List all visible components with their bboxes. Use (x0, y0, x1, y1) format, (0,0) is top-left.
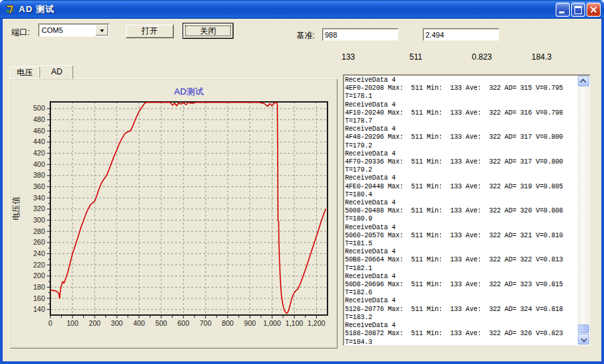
svg-text:900: 900 (244, 319, 256, 327)
log-line: ReceiveData 4 (345, 174, 577, 182)
svg-text:140: 140 (33, 305, 45, 313)
receive-log-box[interactable]: ReceiveData 44EF0-20208 Max: 511 Min: 13… (343, 74, 591, 346)
grid-lines (50, 102, 328, 315)
scroll-down-button[interactable] (578, 334, 589, 345)
svg-text:340: 340 (33, 194, 45, 202)
stat-max-value: 511 (409, 52, 422, 62)
stat-temperature-value: 184.3 (532, 52, 552, 62)
ad-chart-canvas: 01002003004005006007008009001,0001,1001,… (9, 78, 338, 349)
maximize-icon (574, 6, 582, 14)
x-axis: 01002003004005006007008009001,0001,1001,… (48, 316, 325, 327)
log-line: ReceiveData 4 (345, 76, 577, 84)
log-line: 50B8-20664 Max: 511 Min: 133 Ave: 322 AD… (345, 256, 577, 264)
reference-value-1-field[interactable] (322, 28, 399, 41)
svg-text:260: 260 (33, 238, 45, 246)
ad-chart-panel: 01002003004005006007008009001,0001,1001,… (9, 78, 338, 349)
window-content: 端口: COM5 打开 关闭 基准: 133 511 0.823 184.3 电… (3, 19, 601, 361)
svg-text:400: 400 (33, 160, 45, 168)
chart-title: AD测试 (174, 86, 203, 97)
log-line: ReceiveData 4 (345, 199, 577, 207)
log-line: ReceiveData 4 (345, 322, 577, 330)
log-line: ReceiveData 4 (345, 224, 577, 232)
tab-voltage[interactable]: 电压 (9, 66, 40, 78)
log-line: T=183.2 (345, 314, 577, 322)
svg-text:800: 800 (222, 319, 234, 327)
log-line: 4F70-20336 Max: 511 Min: 133 Ave: 322 AD… (345, 158, 577, 166)
log-line: ReceiveData 4 (345, 125, 577, 133)
log-line: ReceiveData 4 (345, 150, 577, 158)
app-logo-icon[interactable] (5, 4, 15, 15)
series (50, 103, 325, 314)
stat-voltage-value: 0.823 (472, 52, 492, 62)
reference-value-2-field[interactable] (423, 28, 499, 41)
svg-text:300: 300 (33, 216, 45, 224)
log-line: 5188-20872 Max: 511 Min: 133 Ave: 322 AD… (345, 330, 577, 338)
log-line: 4F10-20240 Max: 511 Min: 133 Ave: 322 AD… (345, 109, 577, 117)
log-line: T=182.6 (345, 289, 577, 297)
log-line: T=179.2 (345, 142, 577, 150)
svg-text:600: 600 (177, 319, 189, 327)
log-line: T=178.1 (345, 93, 577, 101)
svg-text:180: 180 (33, 283, 45, 291)
svg-text:1,100: 1,100 (285, 319, 303, 327)
svg-text:1,000: 1,000 (263, 319, 281, 327)
log-line: 5128-20776 Max: 511 Min: 133 Ave: 322 AD… (345, 306, 577, 314)
plot-frame (50, 102, 328, 315)
scroll-up-button[interactable] (578, 76, 589, 86)
svg-text:0: 0 (48, 319, 52, 327)
maximize-button[interactable] (571, 3, 585, 17)
svg-text:440: 440 (33, 137, 45, 145)
log-line: 50D8-20696 Max: 511 Min: 133 Ave: 322 AD… (345, 281, 577, 289)
svg-text:320: 320 (33, 204, 45, 213)
y-axis-label: 电压值 (11, 196, 21, 221)
svg-text:240: 240 (33, 249, 45, 257)
log-scrollbar[interactable] (578, 76, 589, 345)
svg-text:480: 480 (33, 115, 45, 123)
log-line: T=184.3 (345, 339, 577, 345)
port-combobox-dropdown-button[interactable] (95, 25, 108, 36)
close-icon (590, 6, 597, 13)
window-title: AD 测试 (19, 3, 54, 15)
chevron-down-icon (581, 335, 587, 342)
minimize-button[interactable] (556, 3, 570, 17)
port-label: 端口: (11, 27, 30, 38)
log-line: 5008-20488 Max: 511 Min: 133 Ave: 322 AD… (345, 207, 577, 215)
svg-text:200: 200 (33, 271, 45, 280)
svg-text:280: 280 (33, 227, 45, 235)
log-line: T=180.9 (345, 215, 577, 223)
log-line: 4F48-20296 Max: 511 Min: 133 Ave: 322 AD… (345, 133, 577, 141)
minimize-icon (559, 11, 564, 13)
log-line: T=179.2 (345, 166, 577, 174)
close-port-button[interactable]: 关闭 (183, 23, 234, 39)
tab-ad[interactable]: AD (40, 65, 73, 79)
log-line: T=180.4 (345, 191, 577, 199)
log-content: ReceiveData 44EF0-20208 Max: 511 Min: 13… (345, 76, 577, 345)
open-button[interactable]: 打开 (125, 24, 174, 38)
svg-text:500: 500 (33, 104, 45, 112)
svg-text:300: 300 (111, 319, 123, 327)
log-line: 4FE0-20448 Max: 511 Min: 133 Ave: 322 AD… (345, 183, 577, 191)
svg-text:460: 460 (33, 127, 45, 135)
svg-text:400: 400 (133, 319, 145, 327)
scrollbar-thumb[interactable] (578, 324, 589, 333)
reference-label: 基准: (297, 30, 315, 42)
log-line: T=182.1 (345, 265, 577, 273)
svg-text:500: 500 (155, 319, 167, 327)
svg-text:360: 360 (33, 182, 45, 190)
log-line: 5060-20576 Max: 511 Min: 133 Ave: 322 AD… (345, 232, 577, 240)
chart-series-line (50, 103, 325, 314)
log-line: T=181.5 (345, 240, 577, 248)
chevron-down-icon (100, 29, 104, 34)
log-line: ReceiveData 4 (345, 248, 577, 256)
svg-text:380: 380 (33, 171, 45, 179)
title-bar[interactable]: AD 测试 (0, 0, 604, 19)
svg-text:100: 100 (66, 319, 79, 327)
chevron-up-icon (580, 78, 587, 85)
svg-text:700: 700 (200, 319, 212, 327)
port-combobox[interactable]: COM5 (38, 23, 109, 37)
log-line: 4EF0-20208 Max: 511 Min: 133 Ave: 322 AD… (345, 84, 577, 93)
close-window-button[interactable] (587, 3, 601, 17)
y-axis: 1401601802002202402602803003203403603804… (33, 104, 50, 313)
svg-text:220: 220 (33, 261, 45, 269)
app-window: AD 测试 端口: COM5 打开 关闭 基准: 133 511 0.823 1 (0, 0, 604, 364)
